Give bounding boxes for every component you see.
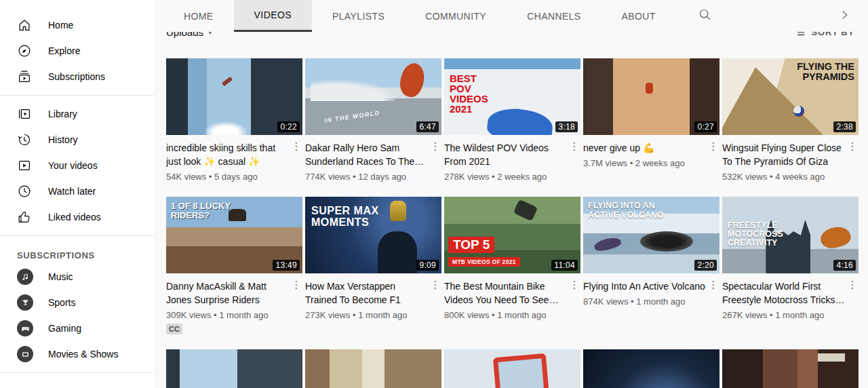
chevron-right-icon	[838, 9, 850, 24]
kebab-menu-icon[interactable]: ⋮	[568, 279, 580, 320]
video-stats: 278K views • 2 weeks ago	[444, 172, 568, 182]
sidebar-item-label: Your videos	[48, 160, 98, 171]
video-duration-badge: 13:49	[273, 260, 300, 271]
video-thumbnail[interactable]: 0:27	[583, 58, 719, 135]
video-thumbnail[interactable]: FLYING THE PYRAMIDS 2:38	[722, 58, 859, 135]
kebab-menu-icon[interactable]: ⋮	[846, 141, 859, 182]
video-title[interactable]: Spectacular World First Freestyle Motocr…	[722, 279, 846, 307]
video-title[interactable]: Wingsuit Flying Super Close To The Pyram…	[722, 141, 846, 168]
video-title[interactable]: How Max Verstappen Trained To Become F1 …	[305, 279, 429, 307]
video-title[interactable]: incredible skiing skills that just look …	[166, 141, 290, 168]
video-thumbnail[interactable]	[722, 349, 859, 388]
tab-playlists[interactable]: PLAYLISTS	[312, 0, 405, 32]
video-duration-badge: 11:04	[551, 260, 578, 271]
sidebar-subscription-sports[interactable]: Sports	[0, 290, 154, 315]
sort-by-label: SORT BY	[812, 32, 854, 37]
videos-content: Uploads ▾ ☰ SORT BY 0:22 incredible s	[154, 32, 868, 388]
youtube-channel-page: Home Explore Subscriptions Library Histo…	[0, 0, 868, 388]
channel-search-button[interactable]	[698, 0, 712, 32]
video-card: IN THE WORLD 6:47 Dakar Rally Hero Sam S…	[305, 58, 441, 197]
kebab-menu-icon[interactable]: ⋮	[290, 141, 302, 182]
video-thumbnail[interactable]	[305, 349, 441, 388]
sidebar-item-home[interactable]: Home	[0, 12, 154, 38]
kebab-menu-icon[interactable]: ⋮	[429, 279, 441, 320]
video-thumbnail[interactable]	[166, 349, 302, 388]
sports-channel-avatar	[17, 294, 33, 311]
tab-home[interactable]: HOME	[163, 0, 234, 32]
video-card: BEST POV VIDEOS 2021 3:18 The Wildest PO…	[444, 58, 580, 197]
video-duration-badge: 2:20	[694, 260, 717, 271]
video-thumbnail[interactable]: 0:22	[166, 58, 302, 135]
search-icon	[698, 7, 712, 24]
video-card: 0:27 never give up 💪 3.7M views • 2 week…	[583, 58, 719, 197]
video-title[interactable]: Flying Into An Active Volcano	[583, 279, 707, 293]
kebab-menu-icon[interactable]: ⋮	[568, 141, 580, 182]
sidebar-divider	[0, 95, 154, 96]
sidebar-divider	[0, 235, 154, 236]
video-title[interactable]: never give up 💪	[583, 141, 707, 155]
clock-icon	[17, 184, 32, 199]
video-title[interactable]: The Wildest POV Videos From 2021	[444, 141, 568, 168]
kebab-menu-icon[interactable]: ⋮	[707, 141, 719, 168]
video-title[interactable]: Danny MacAskill & Matt Jones Surprise Ri…	[166, 279, 290, 307]
sidebar-item-label: Music	[48, 271, 73, 282]
video-thumbnail[interactable]: BEST POV VIDEOS 2021 3:18	[444, 58, 580, 135]
movies-channel-avatar	[17, 346, 33, 362]
sidebar-item-watch-later[interactable]: Watch later	[0, 178, 154, 204]
sort-by-button[interactable]: ☰ SORT BY	[797, 32, 854, 37]
video-stats: 54K views • 5 days ago	[166, 172, 290, 182]
video-stats: 3.7M views • 2 weeks ago	[583, 158, 707, 168]
sidebar-subscription-music[interactable]: Music	[0, 264, 154, 290]
sidebar-subscription-gaming[interactable]: Gaming	[0, 315, 154, 341]
kebab-menu-icon[interactable]: ⋮	[707, 279, 719, 307]
tab-about[interactable]: ABOUT	[601, 0, 676, 32]
thumbnail-caption: IN THE WORLD	[324, 109, 380, 123]
sidebar-subscription-movies[interactable]: Movies & Shows	[0, 341, 154, 367]
video-card: FLYING THE PYRAMIDS 2:38 Wingsuit Flying…	[722, 58, 859, 197]
sidebar-item-subscriptions[interactable]: Subscriptions	[0, 64, 154, 90]
video-thumbnail[interactable]	[583, 349, 719, 388]
uploads-dropdown[interactable]: Uploads ▾	[166, 32, 212, 38]
video-thumbnail[interactable]: FREESTYLE MOTOCROSS CREATIVITY 4:16	[722, 197, 859, 273]
sidebar-item-liked-videos[interactable]: Liked videos	[0, 204, 154, 230]
video-duration-badge: 0:27	[694, 121, 717, 132]
kebab-menu-icon[interactable]: ⋮	[846, 279, 859, 320]
video-title[interactable]: Dakar Rally Hero Sam Sunderland Races To…	[305, 141, 429, 168]
history-icon	[17, 132, 32, 147]
video-thumbnail[interactable]: SUPER MAX MOMENTS 9:09	[305, 197, 441, 273]
video-stats: 774K views • 12 days ago	[305, 172, 429, 182]
music-channel-avatar	[17, 269, 33, 285]
gaming-channel-avatar	[17, 320, 33, 336]
tab-community[interactable]: COMMUNITY	[405, 0, 507, 32]
video-stats: 267K views • 1 month ago	[722, 310, 846, 320]
sidebar-item-your-videos[interactable]: Your videos	[0, 153, 154, 178]
video-duration-badge: 2:38	[833, 121, 856, 132]
sidebar-item-history[interactable]: History	[0, 127, 154, 153]
video-thumbnail[interactable]	[444, 349, 580, 388]
channel-tabbar: HOME VIDEOS PLAYLISTS COMMUNITY CHANNELS…	[154, 0, 868, 32]
tab-videos[interactable]: VIDEOS	[234, 0, 312, 32]
video-duration-badge: 9:09	[416, 260, 439, 271]
sidebar-item-library[interactable]: Library	[0, 101, 154, 127]
video-thumbnail[interactable]: 1 OF 8 LUCKY RIDERS? 13:49	[166, 197, 302, 273]
chevron-down-icon: ▾	[208, 32, 212, 37]
thumbnail-subcaption: MTB VIDEOS OF 2021	[448, 257, 520, 267]
tabs-scroll-right-button[interactable]	[838, 0, 868, 32]
video-card: FREESTYLE MOTOCROSS CREATIVITY 4:16 Spec…	[722, 197, 859, 349]
video-thumbnail[interactable]: TOP 5 MTB VIDEOS OF 2021 11:04	[444, 197, 580, 273]
sidebar-item-explore[interactable]: Explore	[0, 38, 154, 64]
video-thumbnail[interactable]: IN THE WORLD 6:47	[305, 58, 441, 135]
kebab-menu-icon[interactable]: ⋮	[429, 141, 441, 182]
sidebar-item-label: Liked videos	[48, 212, 101, 222]
library-icon	[17, 106, 32, 121]
video-title[interactable]: The Best Mountain Bike Videos You Need T…	[444, 279, 568, 307]
kebab-menu-icon[interactable]: ⋮	[290, 279, 302, 334]
video-stats: 532K views • 4 weeks ago	[722, 172, 846, 182]
sidebar-item-label: Library	[48, 109, 77, 119]
thumbnail-caption: TOP 5	[448, 237, 494, 253]
video-thumbnail[interactable]: FLYING INTO AN ACTIVE VOLCANO 2:20	[583, 197, 719, 273]
tab-channels[interactable]: CHANNELS	[507, 0, 601, 32]
video-card: 1 OF 8 LUCKY RIDERS? 13:49 Danny MacAski…	[166, 197, 302, 349]
thumbs-up-icon	[17, 210, 32, 225]
subscriptions-icon	[17, 69, 32, 84]
